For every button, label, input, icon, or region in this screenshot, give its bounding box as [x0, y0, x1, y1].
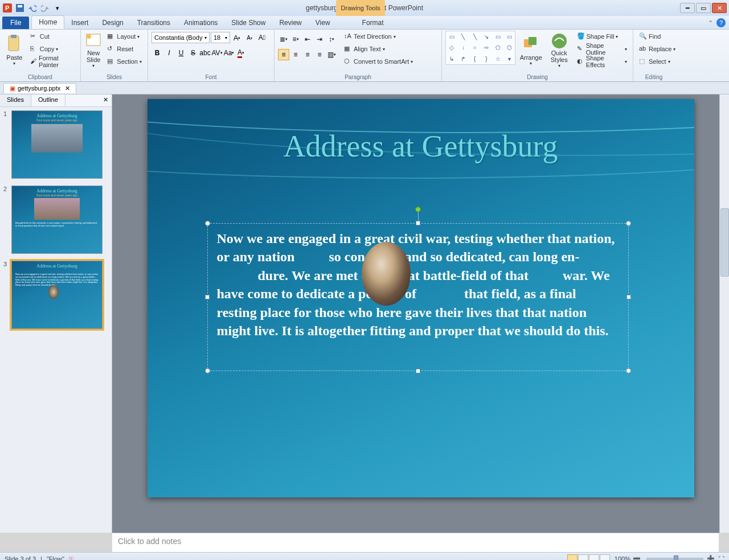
- reset-button[interactable]: ↺Reset: [105, 43, 144, 55]
- restore-button[interactable]: ▭: [696, 3, 711, 13]
- tab-transitions[interactable]: Transitions: [130, 17, 177, 29]
- align-right-button[interactable]: ≡: [302, 49, 313, 60]
- resize-handle[interactable]: [416, 369, 420, 373]
- slide-thumbnail-2[interactable]: Address at Gettysburg Four score and sev…: [11, 186, 103, 254]
- zoom-out-button[interactable]: ➖: [633, 555, 641, 560]
- document-tab[interactable]: ▣ gettysburg.pptx ✕: [3, 83, 76, 93]
- shapes-gallery[interactable]: ▭╲╲↘▭▭ ◇↓○⇨⬠⬡ ↳↱{}☆▾: [445, 31, 515, 65]
- justify-button[interactable]: ≡: [314, 49, 325, 60]
- arrange-button[interactable]: Arrange▾: [518, 31, 544, 68]
- normal-view-button[interactable]: [567, 554, 578, 561]
- align-center-button[interactable]: ≡: [290, 49, 301, 60]
- undo-icon[interactable]: [27, 3, 38, 13]
- resize-handle[interactable]: [626, 221, 631, 226]
- slide-thumbnail-3[interactable]: Address at Gettysburg Now we are engaged…: [11, 261, 103, 329]
- sorter-view-button[interactable]: [578, 554, 588, 561]
- numbering-button[interactable]: ≡▾: [290, 34, 301, 45]
- body-textbox[interactable]: Now we are engaged in a great civil war,…: [207, 223, 629, 371]
- font-name-select[interactable]: Constantia (Body▾: [151, 32, 210, 43]
- resize-handle[interactable]: [626, 295, 631, 299]
- columns-button[interactable]: ▥▾: [326, 49, 337, 60]
- close-document-icon[interactable]: ✕: [65, 85, 70, 92]
- quick-styles-icon: [550, 32, 568, 48]
- decrease-indent-button[interactable]: ⇤: [302, 34, 313, 45]
- workspace: Slides Outline ✕ 1 Address at Gettysburg…: [0, 94, 729, 533]
- bold-button[interactable]: B: [151, 47, 163, 59]
- zoom-slider-thumb[interactable]: [674, 555, 678, 561]
- close-panel-icon[interactable]: ✕: [100, 94, 112, 106]
- resize-handle[interactable]: [626, 368, 631, 373]
- shape-outline-button[interactable]: ✎Shape Outline▾: [575, 43, 630, 55]
- vertical-scrollbar[interactable]: [719, 94, 729, 533]
- scrollbar-thumb[interactable]: [720, 208, 729, 277]
- rotate-handle[interactable]: [415, 207, 421, 212]
- change-case-button[interactable]: Aa▾: [223, 47, 235, 59]
- paste-button[interactable]: Paste▾: [3, 31, 26, 68]
- tab-slideshow[interactable]: Slide Show: [224, 17, 272, 29]
- line-spacing-button[interactable]: ↕▾: [326, 34, 337, 45]
- minimize-button[interactable]: ━: [680, 3, 695, 13]
- zoom-slider[interactable]: [646, 558, 703, 560]
- shrink-font-button[interactable]: A▾: [244, 32, 255, 43]
- font-size-select[interactable]: 18▾: [211, 32, 230, 43]
- slides-tab[interactable]: Slides: [0, 94, 31, 106]
- slide-thumbnail-1[interactable]: Address at Gettysburg Four score and sev…: [11, 110, 103, 179]
- layout-button[interactable]: ▦Layout▾: [105, 31, 144, 42]
- select-button[interactable]: ⬚Select▾: [637, 56, 678, 67]
- font-color-button[interactable]: A▾: [235, 47, 247, 59]
- shape-effects-button[interactable]: ◐Shape Effects▾: [575, 56, 630, 67]
- quick-styles-button[interactable]: Quick Styles▾: [546, 31, 572, 68]
- underline-button[interactable]: U: [175, 47, 187, 59]
- tab-design[interactable]: Design: [95, 17, 130, 29]
- tab-view[interactable]: View: [309, 17, 337, 29]
- strikethrough-button[interactable]: S: [187, 47, 199, 59]
- format-painter-button[interactable]: 🖌Format Painter: [28, 56, 77, 67]
- find-button[interactable]: 🔍Find: [637, 31, 678, 42]
- body-text[interactable]: Now we are engaged in a great civil war,…: [208, 224, 628, 345]
- resize-handle[interactable]: [205, 295, 210, 299]
- slide-canvas[interactable]: Address at Gettysburg Now we are engaged…: [148, 99, 694, 497]
- tab-review[interactable]: Review: [272, 17, 308, 29]
- text-direction-button[interactable]: ↕AText Direction▾: [342, 31, 415, 42]
- replace-button[interactable]: abReplace▾: [637, 43, 678, 55]
- tab-home[interactable]: Home: [31, 15, 64, 29]
- cut-button[interactable]: ✂Cut: [28, 31, 77, 42]
- notes-pane[interactable]: Click to add notes: [112, 533, 719, 552]
- shape-fill-button[interactable]: 🪣Shape Fill▾: [575, 31, 630, 42]
- zoom-in-button[interactable]: ➕: [707, 555, 715, 560]
- resize-handle[interactable]: [416, 221, 420, 225]
- slide-editor[interactable]: Address at Gettysburg Now we are engaged…: [112, 94, 729, 533]
- tab-format[interactable]: Format: [355, 17, 391, 29]
- reading-view-button[interactable]: [589, 554, 599, 561]
- close-button[interactable]: ✕: [712, 3, 727, 13]
- clear-format-button[interactable]: A⃠: [256, 32, 268, 43]
- convert-smartart-button[interactable]: ⬡Convert to SmartArt▾: [342, 56, 415, 67]
- new-slide-button[interactable]: New Slide▾: [84, 31, 103, 68]
- char-spacing-button[interactable]: AV▾: [211, 47, 223, 59]
- ribbon: Paste▾ ✂Cut ⎘Copy▾ 🖌Format Painter Clipb…: [0, 30, 729, 82]
- bullets-button[interactable]: ≣▾: [278, 34, 289, 45]
- lincoln-portrait[interactable]: [362, 242, 411, 306]
- save-icon[interactable]: [15, 3, 25, 13]
- slideshow-view-button[interactable]: [600, 554, 610, 561]
- help-icon[interactable]: ?: [716, 18, 726, 27]
- align-left-button[interactable]: ≡: [278, 49, 289, 60]
- tab-file[interactable]: File: [2, 17, 29, 29]
- spellcheck-icon[interactable]: ✎⃠: [69, 555, 73, 561]
- minimize-ribbon-icon[interactable]: ⌃: [708, 19, 713, 27]
- copy-button[interactable]: ⎘Copy▾: [28, 43, 77, 55]
- grow-font-button[interactable]: A▴: [231, 32, 243, 43]
- tab-insert[interactable]: Insert: [64, 17, 95, 29]
- redo-icon[interactable]: [40, 3, 50, 13]
- shadow-button[interactable]: abc: [199, 47, 211, 59]
- resize-handle[interactable]: [205, 221, 210, 226]
- fit-window-button[interactable]: ⛶: [718, 555, 724, 561]
- italic-button[interactable]: I: [163, 47, 175, 59]
- tab-animations[interactable]: Animations: [177, 17, 224, 29]
- qat-dropdown-icon[interactable]: ▾: [52, 3, 63, 13]
- resize-handle[interactable]: [205, 368, 210, 373]
- increase-indent-button[interactable]: ⇥: [314, 34, 325, 45]
- section-button[interactable]: ▤Section▾: [105, 56, 144, 67]
- outline-tab[interactable]: Outline: [31, 94, 65, 106]
- align-text-button[interactable]: ▦Align Text▾: [342, 43, 415, 55]
